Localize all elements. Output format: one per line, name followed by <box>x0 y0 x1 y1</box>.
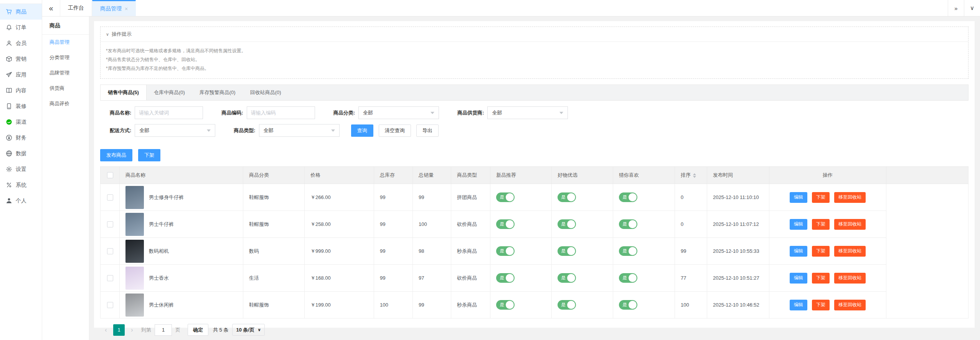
sidebar-item-system[interactable]: 系统 <box>0 177 42 193</box>
toggle-switch-on[interactable]: 是 <box>496 273 515 283</box>
sidebar-item-goods[interactable]: 商品 <box>0 4 42 20</box>
toggle-switch-on[interactable]: 是 <box>558 300 576 310</box>
toggle-switch-on[interactable]: 是 <box>619 273 637 283</box>
toggle-switch-on[interactable]: 是 <box>619 192 637 202</box>
status-tab-1[interactable]: 仓库中商品(0) <box>147 85 192 100</box>
sidebar-item-label: 个人 <box>16 197 26 204</box>
sidebar-item-apps[interactable]: 应用 <box>0 67 42 83</box>
yen-icon <box>6 134 12 141</box>
select-all-checkbox[interactable] <box>107 172 113 178</box>
take-down-button[interactable]: 下架 <box>812 246 830 257</box>
pagination-prev-button[interactable]: ‹ <box>100 324 112 336</box>
page-size-select[interactable]: 10 条/页 ∨ <box>232 324 265 336</box>
toggle-switch-on[interactable]: 是 <box>558 273 576 283</box>
toggle-switch-on[interactable]: 是 <box>619 246 637 256</box>
product-price: ￥258.00 <box>305 211 374 238</box>
pagination-page-1[interactable]: 1 <box>113 324 125 336</box>
move-to-recycle-button[interactable]: 移至回收站 <box>834 219 866 230</box>
row-checkbox[interactable] <box>107 221 113 227</box>
submenu-item-1[interactable]: 分类管理 <box>42 50 89 65</box>
row-checkbox[interactable] <box>107 275 113 281</box>
edit-button[interactable]: 编辑 <box>790 219 807 230</box>
status-tab-3[interactable]: 回收站商品(0) <box>243 85 289 100</box>
row-checkbox[interactable] <box>107 194 113 201</box>
toggle-switch-on[interactable]: 是 <box>619 219 637 229</box>
close-icon[interactable]: × <box>125 6 128 12</box>
edit-button[interactable]: 编辑 <box>790 192 807 203</box>
sidebar-item-members[interactable]: 会员 <box>0 35 42 51</box>
filter-select-delivery[interactable]: 全部 <box>135 124 215 137</box>
page-tab-1[interactable]: 商品管理× <box>92 0 136 16</box>
filter-input-name[interactable] <box>135 106 203 119</box>
publish-time: 2025-12-10 11:10:10 <box>707 184 769 211</box>
bulk-take-down-button[interactable]: 下架 <box>138 149 160 161</box>
tabs-expand-button[interactable]: » <box>948 0 964 16</box>
toggle-label: 是 <box>500 248 504 254</box>
gear-icon <box>6 166 12 172</box>
status-tab-0[interactable]: 销售中商品(5) <box>101 85 147 100</box>
move-to-recycle-button[interactable]: 移至回收站 <box>834 192 866 203</box>
edit-button[interactable]: 编辑 <box>790 300 807 310</box>
submenu-item-4[interactable]: 商品评价 <box>42 96 89 111</box>
move-to-recycle-button[interactable]: 移至回收站 <box>834 246 866 257</box>
tips-line: *库存预警商品为库存不足的销售中、仓库中商品。 <box>106 64 963 73</box>
search-button[interactable]: 查询 <box>351 124 373 137</box>
col-header: 猜你喜欢 <box>613 167 675 184</box>
sidebar-item-content[interactable]: 内容 <box>0 83 42 98</box>
sidebar-item-marketing[interactable]: 营销 <box>0 51 42 67</box>
toggle-switch-on[interactable]: 是 <box>496 300 515 310</box>
move-to-recycle-button[interactable]: 移至回收站 <box>834 273 866 284</box>
status-tab-2[interactable]: 库存预警商品(0) <box>192 85 243 100</box>
move-to-recycle-button[interactable]: 移至回收站 <box>834 300 866 310</box>
clear-search-button[interactable]: 清空查询 <box>379 124 411 137</box>
row-checkbox[interactable] <box>107 248 113 254</box>
sidebar-item-finance[interactable]: 财务 <box>0 130 42 146</box>
take-down-button[interactable]: 下架 <box>812 273 830 284</box>
filter-select-type[interactable]: 全部 <box>259 124 340 137</box>
edit-button[interactable]: 编辑 <box>790 273 807 284</box>
take-down-button[interactable]: 下架 <box>812 192 830 203</box>
toggle-switch-on[interactable]: 是 <box>496 192 515 202</box>
filter-input-code[interactable] <box>247 106 315 119</box>
toggle-switch-on[interactable]: 是 <box>558 246 576 256</box>
user-icon <box>6 40 12 46</box>
edit-button[interactable]: 编辑 <box>790 246 807 257</box>
submenu-item-2[interactable]: 品牌管理 <box>42 65 89 81</box>
toggle-switch-on[interactable]: 是 <box>558 192 576 202</box>
sidebar-item-channel[interactable]: 渠道 <box>0 114 42 130</box>
submenu-item-3[interactable]: 供货商 <box>42 81 89 96</box>
sidebar-item-orders[interactable]: 订单 <box>0 20 42 35</box>
sidebar-item-personal[interactable]: 个人 <box>0 193 42 209</box>
toggle-switch-on[interactable]: 是 <box>558 219 576 229</box>
take-down-button[interactable]: 下架 <box>812 300 830 310</box>
toggle-switch-on[interactable]: 是 <box>496 246 515 256</box>
toggle-switch-on[interactable]: 是 <box>619 300 637 310</box>
collapse-sidebar-button[interactable]: « <box>42 0 60 16</box>
col-header: 好物优选 <box>552 167 613 184</box>
tabs-dropdown-button[interactable]: ∨ <box>964 0 980 16</box>
page-tab-0[interactable]: 工作台 <box>60 0 92 16</box>
toggle-switch-on[interactable]: 是 <box>496 219 515 229</box>
goto-page-input[interactable] <box>155 324 172 336</box>
take-down-button[interactable]: 下架 <box>812 219 830 230</box>
sort-icon[interactable] <box>693 173 696 178</box>
product-stock: 100 <box>374 292 413 318</box>
col-header-sort[interactable]: 排序 <box>675 167 707 184</box>
sidebar-item-data[interactable]: 数据 <box>0 146 42 161</box>
row-checkbox[interactable] <box>107 302 113 308</box>
sidebar-item-settings[interactable]: 设置 <box>0 161 42 177</box>
publish-goods-button[interactable]: 发布商品 <box>100 149 132 161</box>
wechat-icon <box>6 119 12 125</box>
product-category: 鞋帽服饰 <box>243 292 305 318</box>
export-button[interactable]: 导出 <box>416 124 439 137</box>
filter-select-supplier[interactable]: 全部 <box>487 106 568 119</box>
operation-tips-header[interactable]: ∨ 操作提示 <box>101 27 968 42</box>
product-name: 男士牛仔裤 <box>149 221 174 228</box>
goto-confirm-button[interactable]: 确定 <box>188 324 208 336</box>
page-tab-label: 商品管理 <box>100 5 122 12</box>
pagination-next-button[interactable]: › <box>126 324 138 336</box>
sidebar-item-decorate[interactable]: 装修 <box>0 98 42 114</box>
submenu-item-0[interactable]: 商品管理 <box>42 35 89 50</box>
cube-icon <box>6 56 12 62</box>
filter-select-category[interactable]: 全部 <box>358 106 439 119</box>
